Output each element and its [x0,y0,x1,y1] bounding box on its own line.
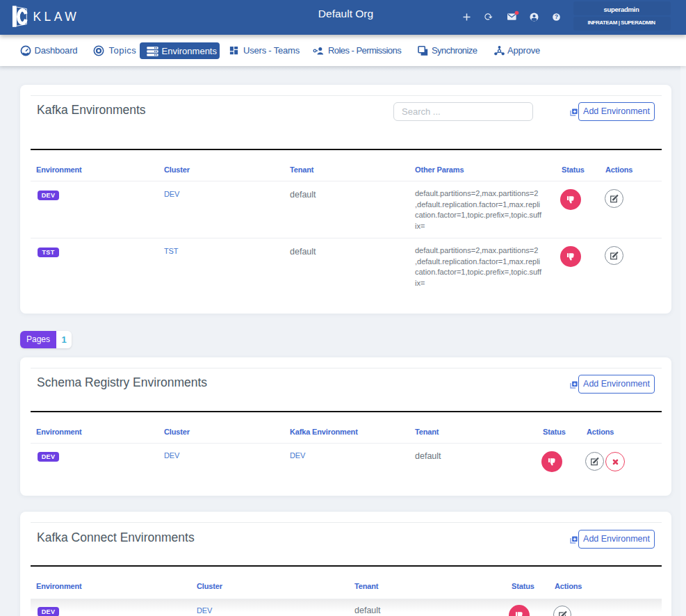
svg-text:?: ? [555,13,558,20]
